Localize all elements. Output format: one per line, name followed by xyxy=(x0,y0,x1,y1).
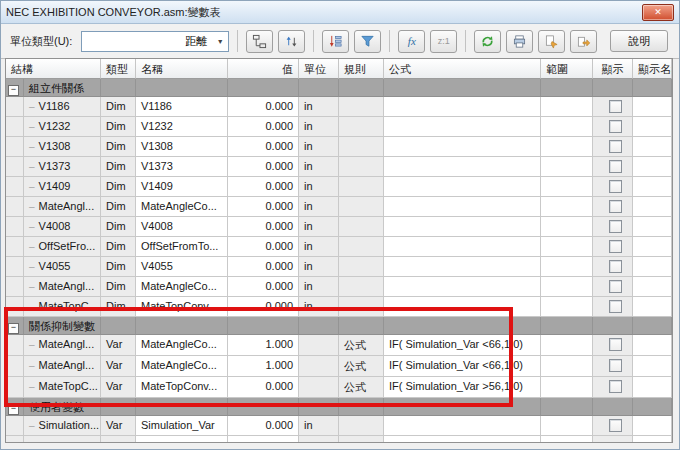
show-checkbox[interactable] xyxy=(609,359,622,372)
table-row[interactable]: –V4008DimV40080.000in xyxy=(6,217,672,237)
cell-struct[interactable]: –V1308 xyxy=(24,137,101,157)
column-header-show[interactable]: 顯示 xyxy=(593,59,633,79)
show-checkbox[interactable] xyxy=(609,240,622,253)
cell-name[interactable]: V1409 xyxy=(136,177,228,197)
cell-unit[interactable] xyxy=(299,436,339,443)
table-row[interactable]: –V1186DimV11860.000in xyxy=(6,97,672,117)
cell-showname[interactable] xyxy=(633,117,672,137)
cell-show[interactable] xyxy=(593,97,633,117)
cell-range[interactable] xyxy=(541,217,593,237)
show-checkbox[interactable] xyxy=(609,419,622,432)
cell-rule[interactable] xyxy=(339,197,384,217)
cell-rule[interactable] xyxy=(339,416,384,436)
copy-add-icon[interactable] xyxy=(538,30,565,53)
cell-name[interactable]: MateAngleCo... xyxy=(136,335,228,356)
cell-type[interactable]: Dim xyxy=(101,217,136,237)
cell-show[interactable] xyxy=(593,335,633,356)
unit-type-dropdown[interactable]: 距離 ▼ xyxy=(81,31,229,52)
column-header-showname[interactable]: 顯示名稱 xyxy=(633,59,672,79)
sort-rows-icon[interactable] xyxy=(322,30,349,53)
cell-type[interactable]: Dim xyxy=(101,117,136,137)
cell-formula[interactable] xyxy=(384,197,541,217)
cell-rule[interactable] xyxy=(339,217,384,237)
cell-showname[interactable] xyxy=(633,277,672,297)
cell-show[interactable] xyxy=(593,356,633,377)
cell-formula[interactable] xyxy=(384,277,541,297)
cell-name[interactable]: V4055 xyxy=(136,257,228,277)
cell-type[interactable]: Dim xyxy=(101,177,136,197)
cell-formula[interactable] xyxy=(384,157,541,177)
cell-formula[interactable] xyxy=(384,257,541,277)
cell-showname[interactable] xyxy=(633,416,672,436)
cell-formula[interactable] xyxy=(384,297,541,317)
cell-name[interactable]: V1373 xyxy=(136,157,228,177)
cell-showname[interactable] xyxy=(633,377,672,398)
cell-unit[interactable] xyxy=(299,356,339,377)
cell-formula[interactable] xyxy=(384,436,541,443)
cell-unit[interactable]: in xyxy=(299,277,339,297)
cell-rule[interactable]: 公式 xyxy=(339,356,384,377)
cell-name[interactable]: V1308 xyxy=(136,137,228,157)
cell-formula[interactable]: IF( Simulation_Var >56,1,0) xyxy=(384,377,541,398)
column-header-value[interactable]: 值 xyxy=(228,59,299,79)
cell-showname[interactable] xyxy=(633,197,672,217)
cell-range[interactable] xyxy=(541,97,593,117)
refresh-icon[interactable] xyxy=(474,30,501,53)
cell-range[interactable] xyxy=(541,277,593,297)
show-checkbox[interactable] xyxy=(609,160,622,173)
cell-value[interactable]: 1.000 xyxy=(228,356,299,377)
table-row[interactable]: –Simulation...VarSimulation_Var0.000in xyxy=(6,416,672,436)
cell-value[interactable]: 0.000 xyxy=(228,97,299,117)
cell-rule[interactable] xyxy=(339,297,384,317)
cell-value[interactable]: 0.000 xyxy=(228,237,299,257)
show-checkbox[interactable] xyxy=(609,380,622,393)
cell-range[interactable] xyxy=(541,257,593,277)
show-checkbox[interactable] xyxy=(609,220,622,233)
cell-unit[interactable]: in xyxy=(299,137,339,157)
print-icon[interactable] xyxy=(506,30,533,53)
cell-rule[interactable]: 公式 xyxy=(339,335,384,356)
cell-struct[interactable]: –Simulation... xyxy=(24,416,101,436)
cell-value[interactable]: 0.000 xyxy=(228,177,299,197)
cell-show[interactable] xyxy=(593,277,633,297)
show-checkbox[interactable] xyxy=(609,180,622,193)
show-checkbox[interactable] xyxy=(609,100,622,113)
cell-struct[interactable]: –MateAngl... xyxy=(24,356,101,377)
cell-showname[interactable] xyxy=(633,137,672,157)
cell-type[interactable]: Dim xyxy=(101,137,136,157)
column-header-unit[interactable]: 單位 xyxy=(299,59,339,79)
cell-show[interactable] xyxy=(593,157,633,177)
cell-type[interactable]: Dim xyxy=(101,257,136,277)
collapse-toggle-icon[interactable]: − xyxy=(8,323,19,334)
cell-value[interactable]: 0.000 xyxy=(228,117,299,137)
cell-range[interactable] xyxy=(541,177,593,197)
cell-show[interactable] xyxy=(593,137,633,157)
cell-unit[interactable]: in xyxy=(299,197,339,217)
hierarchy-icon[interactable] xyxy=(246,30,273,53)
filter-icon[interactable] xyxy=(354,30,381,53)
cell-name[interactable]: V4008 xyxy=(136,217,228,237)
cell-value[interactable]: 0.000 xyxy=(228,416,299,436)
cell-value[interactable]: 0.000 xyxy=(228,257,299,277)
show-checkbox[interactable] xyxy=(609,300,622,313)
cell-rule[interactable] xyxy=(339,237,384,257)
cell-value[interactable]: 0.000 xyxy=(228,217,299,237)
cell-showname[interactable] xyxy=(633,436,672,443)
cell-unit[interactable] xyxy=(299,335,339,356)
column-header-rule[interactable]: 規則 xyxy=(339,59,384,79)
cell-range[interactable] xyxy=(541,436,593,443)
cell-formula[interactable] xyxy=(384,237,541,257)
cell-rule[interactable] xyxy=(339,137,384,157)
cell-type[interactable]: Var xyxy=(101,416,136,436)
formula-fx-icon[interactable]: fx xyxy=(398,30,425,53)
cell-type[interactable]: Dim xyxy=(101,157,136,177)
cell-showname[interactable] xyxy=(633,237,672,257)
cell-value[interactable] xyxy=(228,436,299,443)
cell-value[interactable]: 0.000 xyxy=(228,197,299,217)
show-checkbox[interactable] xyxy=(609,120,622,133)
cell-struct[interactable]: –MateTopC... xyxy=(24,297,101,317)
cell-name[interactable]: V1232 xyxy=(136,117,228,137)
cell-name[interactable]: MateAngleCo... xyxy=(136,356,228,377)
cell-show[interactable] xyxy=(593,197,633,217)
cell-struct[interactable]: –V4055 xyxy=(24,257,101,277)
